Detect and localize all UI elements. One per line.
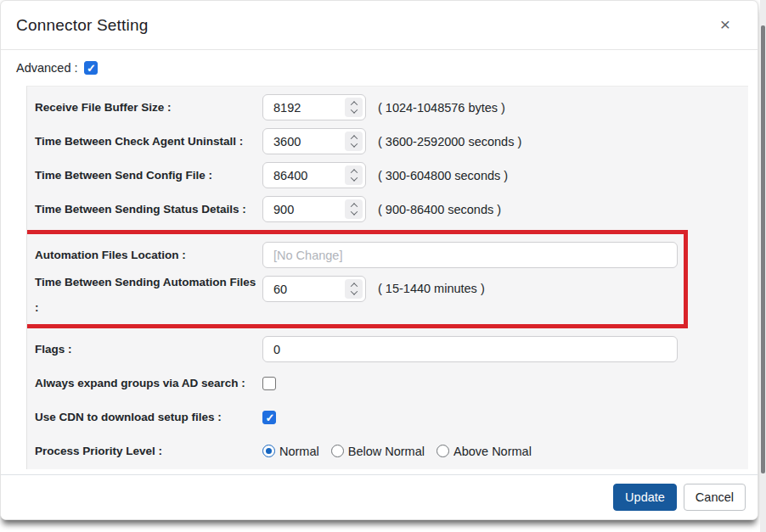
radio-option-above-normal[interactable]: Above Normal [437,445,532,458]
range-hint: ( 15-1440 minutes ) [378,276,485,302]
highlight-annotation-box: Automation Files Location : Time Between… [26,230,688,328]
radio-option-below-normal[interactable]: Below Normal [331,445,425,458]
number-stepper[interactable] [345,165,363,185]
dialog-footer: Update Cancel [1,474,758,519]
row-time-between-sending-status-details: Time Between Sending Status Details : ( … [35,196,748,222]
row-flags: Flags : [35,336,748,362]
field-label: Use CDN to download setup files : [35,411,262,424]
row-automation-files-location: Automation Files Location : [35,242,684,268]
dialog-title: Connector Setting [16,16,149,35]
chevron-down-icon[interactable] [350,208,357,215]
row-time-between-sending-automation-files: Time Between Sending Automation Files : … [35,276,684,315]
connector-setting-dialog: Connector Setting × Advanced : ✓ Receive… [0,0,758,520]
field-label: Time Between Check Agent Uninstall : [35,135,262,148]
dialog-body: Advanced : ✓ Receive File Buffer Size : … [1,50,758,474]
number-stepper[interactable] [345,199,363,219]
expand-groups-checkbox[interactable] [262,377,276,390]
radio-option-normal[interactable]: Normal [262,445,319,458]
cancel-button[interactable]: Cancel [684,484,746,511]
scrollbar-thumb[interactable] [761,25,765,473]
chevron-down-icon[interactable] [350,140,357,147]
radio-unselected-icon[interactable] [331,445,344,457]
row-time-between-check-agent-uninstall: Time Between Check Agent Uninstall : ( 3… [35,128,748,154]
priority-radio-group: Normal Below Normal Above Normal [262,445,532,458]
settings-scroll-panel[interactable]: Receive File Buffer Size : ( 1024-104857… [26,86,748,469]
field-label: Receive File Buffer Size : [35,101,262,115]
chevron-down-icon[interactable] [350,106,357,113]
use-cdn-checkbox[interactable]: ✓ [262,411,276,424]
row-receive-file-buffer-size: Receive File Buffer Size : ( 1024-104857… [35,94,748,120]
field-label: Flags : [35,343,262,356]
range-hint: ( 300-604800 seconds ) [378,169,508,182]
automation-files-location-input[interactable] [262,242,678,268]
row-always-expand-groups: Always expand groups via AD search : [35,370,748,396]
number-stepper[interactable] [345,98,363,117]
radio-selected-icon[interactable] [262,445,275,457]
page: Connector Setting × Advanced : ✓ Receive… [0,0,766,532]
range-hint: ( 3600-2592000 seconds ) [378,135,521,148]
advanced-label: Advanced : [16,61,78,75]
flags-input[interactable] [262,336,678,362]
range-hint: ( 1024-1048576 bytes ) [378,101,505,115]
range-hint: ( 900-86400 seconds ) [378,203,501,216]
advanced-checkbox[interactable]: ✓ [84,61,98,75]
advanced-row: Advanced : ✓ [1,61,758,75]
update-button[interactable]: Update [613,484,677,511]
dialog-header: Connector Setting × [1,1,758,50]
number-stepper[interactable] [345,132,363,151]
row-use-cdn: Use CDN to download setup files : ✓ [35,404,748,430]
field-label: Process Priority Level : [35,445,262,458]
page-scrollbar[interactable] [760,0,766,532]
field-label: Always expand groups via AD search : [35,377,262,390]
chevron-down-icon[interactable] [350,288,357,294]
field-label: Time Between Send Config File : [35,169,262,182]
field-label: Automation Files Location : [35,249,262,262]
field-label: Time Between Sending Automation Files : [35,276,262,315]
row-process-priority-level: Process Priority Level : Normal Below No… [35,438,748,464]
field-label: Time Between Sending Status Details : [35,203,262,216]
close-icon[interactable]: × [715,14,735,35]
check-icon: ✓ [87,64,95,72]
check-icon: ✓ [266,413,274,422]
radio-unselected-icon[interactable] [437,445,449,457]
chevron-down-icon[interactable] [350,174,357,181]
field-label-colon: : [35,301,262,315]
row-time-between-send-config-file: Time Between Send Config File : ( 300-60… [35,162,748,188]
number-stepper[interactable] [345,279,363,299]
